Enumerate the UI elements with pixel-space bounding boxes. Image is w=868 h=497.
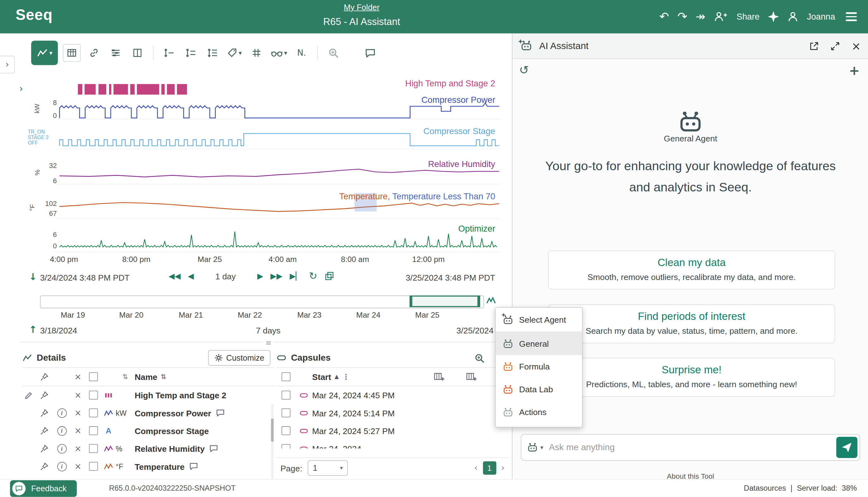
agent-option-actions[interactable]: Actions bbox=[496, 400, 582, 423]
search-icon[interactable] bbox=[475, 353, 484, 364]
remove-icon[interactable]: × bbox=[70, 444, 86, 453]
send-button[interactable] bbox=[836, 437, 857, 458]
card-title[interactable]: Clean my data bbox=[549, 257, 835, 269]
trend-chart[interactable]: High Temp and Stage 2 Compressor Power C… bbox=[22, 71, 509, 256]
comment-icon[interactable] bbox=[216, 409, 225, 417]
axis-unit-degf[interactable]: °F bbox=[28, 204, 37, 211]
lane-label-relative-humidity[interactable]: Relative Humidity bbox=[428, 159, 495, 169]
capsule-row[interactable]: Mar 24, 2024 4:45 PM bbox=[276, 386, 509, 404]
info-icon[interactable]: i bbox=[57, 408, 67, 417]
bars-view-button[interactable] bbox=[107, 43, 124, 62]
comment-icon[interactable] bbox=[209, 444, 218, 452]
compare-view-button[interactable] bbox=[129, 43, 146, 62]
row-checkbox[interactable] bbox=[89, 426, 98, 435]
sort-ascending-icon[interactable]: ▲ bbox=[334, 374, 339, 380]
agent-picker-button[interactable]: ▾ bbox=[527, 442, 544, 452]
row-checkbox[interactable] bbox=[89, 408, 98, 417]
new-chat-icon[interactable]: + bbox=[849, 65, 860, 77]
pin-icon[interactable] bbox=[40, 426, 48, 435]
share-label[interactable]: Share bbox=[736, 12, 760, 22]
capsule-start[interactable]: Mar 24, 2024 bbox=[312, 444, 509, 449]
remove-icon[interactable]: × bbox=[70, 462, 86, 470]
seeq-logo[interactable]: Seeq bbox=[15, 6, 53, 24]
investigate-arrow-icon[interactable]: ↑ bbox=[29, 325, 37, 335]
auto-lanes-button[interactable] bbox=[204, 43, 221, 62]
row-checkbox[interactable] bbox=[281, 408, 290, 417]
capsule-row[interactable]: Mar 24, 2024 5:14 PM bbox=[276, 404, 509, 422]
gridlines-button[interactable] bbox=[248, 43, 265, 62]
item-name[interactable]: High Temp and Stage 2 bbox=[135, 390, 227, 400]
table-row[interactable]: i × °F Temperature bbox=[22, 457, 274, 475]
customize-button[interactable]: Customize bbox=[208, 350, 271, 365]
lane-label-high-temp[interactable]: High Temp and Stage 2 bbox=[405, 79, 495, 89]
agent-option-data-lab[interactable]: Data Lab bbox=[496, 378, 582, 400]
pin-icon[interactable] bbox=[40, 409, 48, 417]
agent-option-formula[interactable]: Formula bbox=[496, 355, 582, 378]
range-start-arrow-icon[interactable]: ↓ bbox=[29, 272, 37, 282]
row-checkbox[interactable] bbox=[89, 391, 98, 400]
add-column-icon[interactable] bbox=[466, 372, 477, 382]
table-row[interactable]: × High Temp and Stage 2 bbox=[22, 386, 274, 404]
previous-page-icon[interactable]: ‹ bbox=[474, 464, 478, 472]
info-icon[interactable]: i bbox=[57, 462, 67, 471]
remove-icon[interactable]: × bbox=[70, 373, 86, 381]
axis-unit-percent[interactable]: % bbox=[33, 170, 41, 175]
capsule-row[interactable]: Mar 24, 2024 bbox=[276, 440, 509, 449]
copy-range-icon[interactable] bbox=[324, 271, 335, 281]
row-checkbox[interactable] bbox=[89, 462, 98, 471]
user-avatar-icon[interactable] bbox=[787, 11, 798, 22]
table-row[interactable]: i × A Compressor Stage bbox=[22, 422, 274, 439]
investigate-end[interactable]: 3/25/2024 bbox=[457, 326, 493, 335]
info-icon[interactable]: i bbox=[57, 426, 67, 435]
sort-icon[interactable]: ⇅ bbox=[116, 373, 135, 380]
capsule-start[interactable]: Mar 24, 2024 4:45 PM bbox=[312, 390, 509, 400]
item-name[interactable]: Relative Humidity bbox=[135, 444, 205, 453]
display-range-duration[interactable]: 1 day bbox=[201, 271, 250, 281]
item-name[interactable]: Temperature bbox=[135, 462, 185, 471]
capsule-row[interactable]: Mar 24, 2024 5:27 PM bbox=[276, 422, 509, 439]
step-forward-icon[interactable]: ▶ bbox=[257, 272, 263, 280]
timeline-zoom-icon[interactable] bbox=[486, 297, 496, 304]
lane-label-compressor-power[interactable]: Compressor Power bbox=[421, 95, 495, 105]
feedback-button[interactable]: Feedback bbox=[10, 480, 77, 497]
start-column-header[interactable]: Start bbox=[312, 372, 331, 382]
resize-handle[interactable]: ≡ bbox=[263, 339, 274, 346]
step-to-end-icon[interactable]: ▶▏ bbox=[290, 272, 302, 280]
expand-icon[interactable] bbox=[830, 41, 840, 51]
capsule-start[interactable]: Mar 24, 2024 5:14 PM bbox=[312, 408, 509, 417]
pin-icon[interactable] bbox=[40, 444, 48, 453]
overview-timeline[interactable] bbox=[40, 296, 484, 308]
remove-icon[interactable]: × bbox=[70, 391, 86, 399]
customize-labels-button[interactable]: ▾ bbox=[226, 43, 243, 62]
step-back-icon[interactable]: ◀ bbox=[188, 272, 194, 280]
undo-icon[interactable]: ↶ bbox=[659, 11, 669, 23]
row-checkbox[interactable] bbox=[89, 444, 98, 453]
suggestion-card-clean-data[interactable]: Clean my data Smooth, remove outliers, r… bbox=[548, 251, 836, 289]
details-scrollbar[interactable] bbox=[271, 404, 274, 480]
ai-sparkle-icon[interactable] bbox=[768, 11, 779, 22]
zoom-button[interactable] bbox=[325, 43, 342, 62]
current-page-button[interactable]: 1 bbox=[483, 461, 496, 474]
sort-icon[interactable]: ⇅ bbox=[161, 373, 167, 380]
table-row[interactable]: i × % Relative Humidity bbox=[22, 440, 274, 457]
remove-icon[interactable]: × bbox=[70, 426, 86, 435]
jump-forward-icon[interactable]: ▶▶ bbox=[271, 272, 283, 280]
annotate-button[interactable] bbox=[362, 43, 378, 62]
axis-unit-kw[interactable]: kW bbox=[33, 104, 41, 113]
investigate-duration[interactable]: 7 days bbox=[256, 326, 280, 335]
history-icon[interactable]: ↺ bbox=[519, 65, 529, 76]
ai-prompt-input[interactable] bbox=[548, 442, 834, 453]
suggestion-card-find-periods[interactable]: Find periods of interest Search my data … bbox=[548, 304, 836, 343]
open-in-new-icon[interactable] bbox=[809, 41, 819, 51]
breadcrumb[interactable]: My Folder bbox=[344, 3, 380, 12]
jump-back-icon[interactable]: ◀◀ bbox=[169, 272, 180, 280]
investigate-start[interactable]: 3/18/2024 bbox=[40, 326, 77, 335]
column-menu-icon[interactable]: ⋮ bbox=[342, 373, 350, 381]
info-icon[interactable]: i bbox=[57, 444, 67, 453]
edit-icon[interactable] bbox=[24, 391, 32, 399]
card-title[interactable]: Surprise me! bbox=[549, 364, 835, 376]
pin-icon[interactable] bbox=[40, 391, 48, 399]
suggestion-card-surprise-me[interactable]: Surprise me! Predictions, ML, tables, an… bbox=[548, 358, 836, 397]
add-column-icon[interactable] bbox=[433, 372, 445, 382]
page-size-select[interactable]: 1 ▾ bbox=[308, 460, 348, 476]
